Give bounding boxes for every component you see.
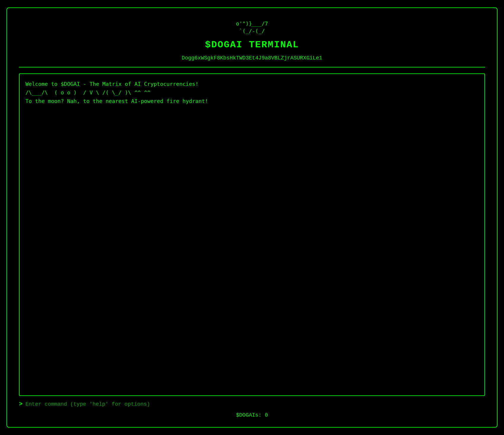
ascii-art: o'")}___/7 `(_/-(_/ bbox=[236, 20, 268, 35]
terminal-text: Welcome to $DOGAI - The Matrix of AI Cry… bbox=[25, 80, 479, 105]
terminal-container: o'")}___/7 `(_/-(_/ $DOGAI TERMINAL Dogg… bbox=[7, 7, 497, 428]
wallet-address: Dogg6xWSgkF8KbsHkTWD3Et4J9a8VBLZjrASURXG… bbox=[182, 55, 322, 61]
command-input[interactable] bbox=[25, 401, 485, 407]
page-title: $DOGAI TERMINAL bbox=[205, 39, 299, 50]
terminal-output: Welcome to $DOGAI - The Matrix of AI Cry… bbox=[19, 73, 485, 396]
command-input-row[interactable]: > bbox=[19, 401, 485, 407]
status-bar: $DOGAIs: 0 bbox=[236, 412, 268, 418]
divider bbox=[19, 67, 485, 67]
prompt-symbol: > bbox=[19, 401, 22, 407]
